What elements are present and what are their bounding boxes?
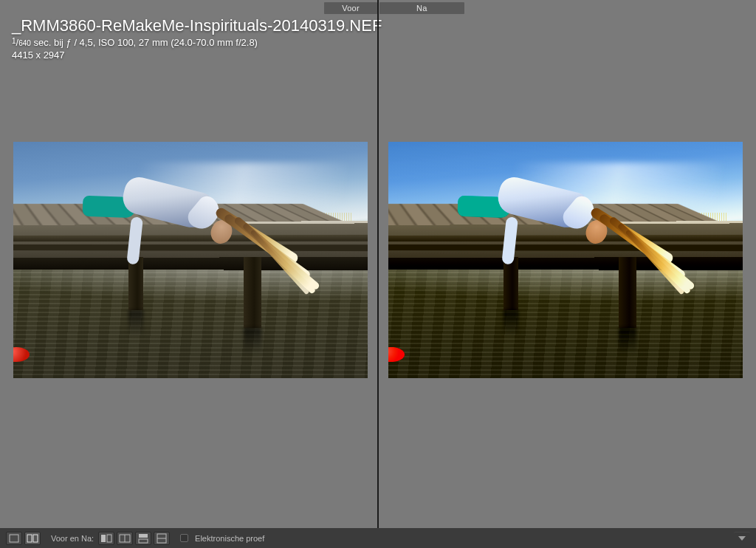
before-after-label: Voor en Na:: [51, 534, 94, 543]
layout-top-bottom-button[interactable]: [135, 532, 151, 545]
after-label: Na: [379, 2, 464, 14]
split-divider[interactable]: [377, 0, 379, 528]
compare-layout-group: [98, 532, 170, 545]
before-label: Voor: [324, 2, 377, 14]
svg-rect-3: [101, 535, 106, 542]
before-pane[interactable]: [13, 142, 368, 378]
compare-canvas: Voor Na _RMM3860-ReMakeMe-Inspirituals-2…: [0, 0, 756, 528]
after-image: [388, 142, 743, 378]
softproof-group: Elektronische proef: [180, 534, 269, 543]
chevron-down-icon: [738, 536, 746, 541]
exposure-rest: sec. bij ƒ / 4,5, ISO 100, 27 mm (24.0-7…: [31, 37, 258, 48]
loupe-view-button[interactable]: [6, 532, 22, 545]
layout-left-right-button[interactable]: [98, 532, 114, 545]
svg-rect-8: [139, 539, 148, 543]
view-mode-group: [6, 532, 41, 545]
dimensions-text: 4415 x 2947: [12, 49, 382, 61]
after-pane[interactable]: [388, 142, 743, 378]
compare-yy-button[interactable]: [24, 532, 41, 545]
softproof-label: Elektronische proef: [195, 534, 264, 543]
svg-rect-7: [139, 534, 148, 538]
layout-split-tb-button[interactable]: [154, 532, 170, 545]
svg-rect-0: [10, 535, 18, 542]
svg-rect-4: [107, 535, 111, 542]
layout-split-lr-button[interactable]: [117, 532, 133, 545]
bottom-toolbar: Voor en Na: Elektronische proef: [0, 528, 756, 548]
softproof-checkbox[interactable]: [180, 534, 188, 542]
svg-rect-1: [27, 535, 32, 542]
filename-text: _RMM3860-ReMakeMe-Inspirituals-20140319.…: [12, 16, 382, 35]
shutter-numerator: 1: [12, 37, 16, 45]
before-image: [13, 142, 368, 378]
toolbar-menu-button[interactable]: [734, 532, 750, 545]
image-info-overlay: _RMM3860-ReMakeMe-Inspirituals-20140319.…: [12, 16, 382, 61]
exposure-text: 1/640 sec. bij ƒ / 4,5, ISO 100, 27 mm (…: [12, 37, 382, 48]
svg-rect-2: [33, 535, 38, 542]
shutter-denominator: 640: [18, 39, 31, 47]
